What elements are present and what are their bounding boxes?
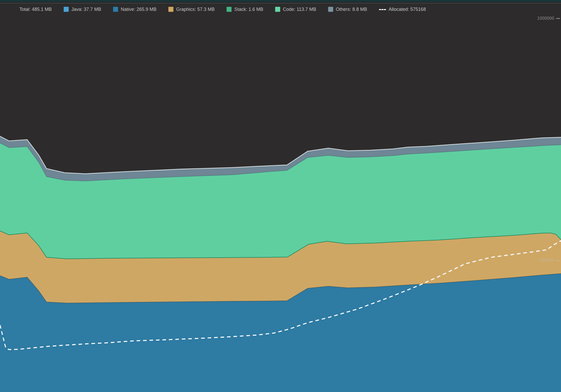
axis-tick-label: 1000000 xyxy=(537,16,554,21)
legend-item-others: Others: 8.8 MB xyxy=(328,6,367,12)
legend-item-stack: Stack: 1.6 MB xyxy=(226,6,263,12)
axis-tick-mark xyxy=(556,260,560,261)
legend-total-label: Total: 485.1 MB xyxy=(19,6,52,12)
code-swatch-icon xyxy=(275,7,280,12)
native-swatch-icon xyxy=(113,7,118,12)
java-swatch-icon xyxy=(64,7,69,12)
memory-usage-chart[interactable] xyxy=(0,0,561,392)
legend-item-label: Code: 113.7 MB xyxy=(283,6,316,12)
legend-item-code: Code: 113.7 MB xyxy=(275,6,316,12)
axis-tick-500000: 500000 xyxy=(540,258,560,263)
graphics-swatch-icon xyxy=(168,7,173,12)
legend-item-label: Others: 8.8 MB xyxy=(336,6,367,12)
chart-legend: Total: 485.1 MB Java: 37.7 MBNative: 265… xyxy=(19,6,426,12)
legend-item-graphics: Graphics: 57.3 MB xyxy=(168,6,215,12)
legend-item-allocated: Allocated: 575168 xyxy=(379,6,426,12)
axis-tick-label: 500000 xyxy=(540,258,554,263)
stack-swatch-icon xyxy=(226,7,232,12)
top-accent-bar xyxy=(0,0,561,2)
axis-tick-1000000: 1000000 xyxy=(537,16,560,21)
legend-item-label: Stack: 1.6 MB xyxy=(234,6,263,12)
axis-tick-mark xyxy=(556,18,560,19)
legend-item-label: Native: 265.9 MB xyxy=(121,6,156,12)
others-swatch-icon xyxy=(328,7,333,12)
legend-item-label: Java: 37.7 MB xyxy=(71,6,101,12)
legend-item-native: Native: 265.9 MB xyxy=(113,6,156,12)
top-divider-line xyxy=(0,3,561,3)
legend-item-label: Graphics: 57.3 MB xyxy=(176,6,215,12)
legend-item-label: Allocated: 575168 xyxy=(389,6,426,12)
legend-item-java: Java: 37.7 MB xyxy=(64,6,101,12)
allocated-dashed-line-icon xyxy=(379,9,386,10)
